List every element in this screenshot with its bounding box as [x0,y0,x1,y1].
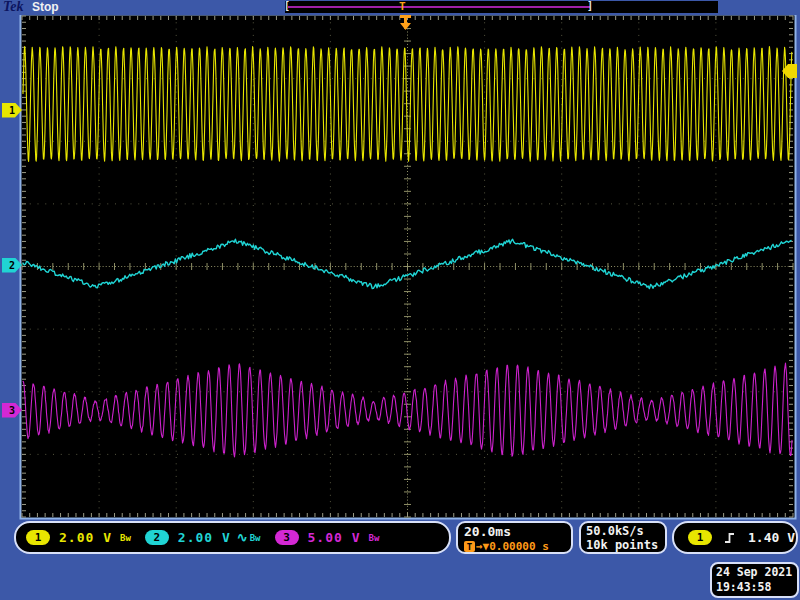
datetime-box: 24 Sep 2021 19:43:58 [710,562,799,598]
trigger-t-icon: T [464,541,475,552]
record-waveform-line [288,6,590,8]
trigger-source-badge: 1 [688,530,712,545]
trigger-position-value: 0.00000 s [489,540,549,553]
ch1-scale: 2.00 V [59,530,112,545]
oscilloscope-screen: Tek Stop [ ] T 1 2 3 1 2.00 V Bw 2 2.00 … [0,0,800,600]
date-value: 24 Sep 2021 [716,565,797,580]
ch1-badge: 1 [26,530,50,545]
channel-readout-box: 1 2.00 V Bw 2 2.00 V ∿ Bw 3 5.00 V Bw [14,521,451,554]
record-window-bracket-right: ] [587,0,593,11]
sample-rate: 50.0kS/s [586,524,665,538]
ch2-ac-coupling-icon: ∿ [237,530,248,545]
ch2-scale: 2.00 V [178,530,231,545]
ch2-badge: 2 [145,530,169,545]
ch3-scale: 5.00 V [308,530,361,545]
trigger-readout-box: 1 1.40 V [672,521,798,554]
record-length: 10k points [586,538,665,552]
time-value: 19:43:58 [716,580,797,595]
horizontal-readout-box: 20.0ms T →▼ 0.00000 s [456,521,573,554]
ch3-bandwidth-icon: Bw [369,533,380,543]
trigger-position-arrows: →▼ [476,540,489,553]
header-bar: Tek Stop [ ] T [0,0,800,15]
rising-edge-icon [722,530,738,546]
record-trigger-marker: T [399,0,406,13]
ch2-bandwidth-icon: Bw [250,533,261,543]
ch3-badge: 3 [275,530,299,545]
trigger-level-value: 1.40 V [748,530,795,545]
acquisition-status: Stop [32,0,59,14]
waveform-display [0,0,800,600]
record-view-bar: [ ] T [285,1,718,13]
tek-logo: Tek [3,0,23,15]
trigger-position-arrow-icon [396,14,416,32]
acquisition-readout-box: 50.0kS/s 10k points [579,521,667,554]
ch1-bandwidth-icon: Bw [120,533,131,543]
trigger-position-readout: T →▼ 0.00000 s [464,540,571,553]
timebase-value: 20.0ms [464,524,571,539]
